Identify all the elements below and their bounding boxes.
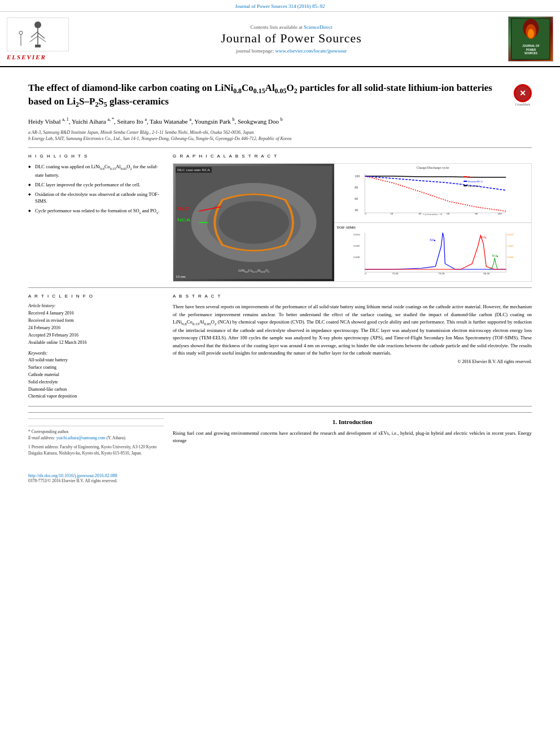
ga-tof-sims-chart: TOF-SIMS 0.010 0.005 0.000	[334, 223, 531, 282]
footnotes-col: * Corresponding author. E-mail address: …	[28, 418, 164, 483]
email-note: E-mail address: yuichi.aihara@samsung.co…	[28, 435, 164, 441]
svg-text:Bare: Bare	[469, 176, 474, 178]
article-info-header: A R T I C L E I N F O	[28, 294, 164, 299]
svg-text:100: 100	[498, 212, 502, 215]
abstract-header: A B S T R A C T	[173, 294, 532, 299]
svg-rect-45	[464, 185, 467, 186]
svg-rect-7	[35, 45, 41, 47]
svg-text:79.99: 79.99	[439, 272, 445, 275]
doi-link[interactable]: http://dx.doi.org/10.1016/j.jpowsour.201…	[28, 473, 164, 478]
authors-line: Heidy Visbal a, 1, Yuichi Aihara a, *, S…	[28, 116, 532, 126]
svg-text:0.005: 0.005	[508, 244, 514, 247]
elsevier-wordmark: ELSEVIER	[7, 54, 46, 60]
journal-header: ELSEVIER Contents lists available at Sci…	[0, 12, 560, 67]
bottom-section: * Corresponding author. E-mail address: …	[28, 412, 532, 483]
ga-microscopy-image: DLC coat onto NCA	[173, 164, 334, 281]
svg-text:80: 80	[475, 212, 479, 215]
highlight-item-3: Oxidation of the electrolyte was observe…	[28, 191, 164, 206]
sciencedirect-link[interactable]: ScienceDirect	[304, 24, 332, 30]
available-date: Available online 12 March 2016	[28, 339, 164, 347]
keyword-2: Surface coating	[28, 364, 164, 372]
highlights-col: H I G H L I G H T S DLC coating was appl…	[28, 154, 164, 282]
contents-line: Contents lists available at ScienceDirec…	[80, 24, 502, 30]
svg-text:DLC: DLC	[177, 206, 190, 211]
affiliation-a: a AR-3, Samsung R&D Institute Japan, Min…	[28, 129, 532, 136]
email-link[interactable]: yuichi.aihara@samsung.com	[56, 435, 106, 440]
highlights-list: DLC coating was applied on LiNi0.8Co0.15…	[28, 163, 164, 215]
graphical-abstract-col: G R A P H I C A L A B S T R A C T DLC co…	[173, 154, 532, 282]
svg-text:SOURCES: SOURCES	[524, 52, 537, 55]
svg-text:40: 40	[419, 212, 422, 215]
highlights-header: H I G H L I G H T S	[28, 154, 164, 159]
ga-image-formula: LiNi0.8Co0.15Al0.05O2	[238, 269, 269, 273]
elsevier-logo-area: ELSEVIER	[7, 18, 80, 60]
info-abstract-section: A R T I C L E I N F O Article history: R…	[28, 294, 532, 400]
crossmark-badge[interactable]: ✕ CrossMark	[514, 84, 532, 102]
ga-charts-area: Charge/Discharge cycle 100 80 60 40	[334, 164, 531, 281]
highlight-item-4: Cycle performance was related to the for…	[28, 207, 164, 216]
keyword-5: Diamond-like carbon	[28, 386, 164, 394]
svg-text:60: 60	[355, 197, 358, 200]
revised-date: 24 February 2016	[28, 325, 164, 332]
ga-image-label: DLC coat onto NCA	[176, 167, 212, 173]
svg-text:0.000: 0.000	[508, 256, 514, 259]
present-address: 1 Present address: Faculty of Engineerin…	[28, 444, 164, 457]
introduction-col: 1. Introduction Rising fuel cost and gro…	[173, 418, 532, 483]
journal-cover-area: JOURNAL OF POWER SOURCES	[502, 16, 553, 62]
svg-text:Cyclenumber / N: Cyclenumber / N	[423, 213, 443, 216]
journal-center: Contents lists available at ScienceDirec…	[80, 24, 502, 54]
keywords-label: Keywords:	[28, 351, 164, 356]
crossmark-label: CrossMark	[514, 103, 532, 106]
svg-text:79.98: 79.98	[392, 272, 399, 275]
graphical-abstract-header: G R A P H I C A L A B S T R A C T	[173, 154, 532, 159]
keyword-1: All-solid-state battery	[28, 357, 164, 364]
corresponding-note: * Corresponding author.	[28, 429, 164, 435]
svg-text:80.00: 80.00	[484, 272, 491, 275]
svg-text:NCA: NCA	[177, 217, 191, 222]
journal-citation: Journal of Power Sources 314 (2016) 85–9…	[235, 3, 325, 9]
title-row: The effect of diamond-like carbon coatin…	[28, 82, 532, 116]
article-history-label: Article history:	[28, 303, 164, 308]
svg-text:✕: ✕	[519, 89, 526, 98]
svg-text:SO₃: SO₃	[430, 238, 436, 242]
accepted-date: Accepted 29 February 2016	[28, 332, 164, 339]
svg-point-14	[528, 29, 534, 38]
svg-text:40: 40	[355, 208, 358, 212]
homepage-link[interactable]: www.elsevier.com/locate/jpowsour	[275, 48, 347, 54]
intro-text: Rising fuel cost and growing environment…	[173, 430, 532, 444]
received-revised-label: Received in revised form	[28, 317, 164, 325]
ga-tof-label: TOF-SIMS	[336, 225, 529, 230]
svg-rect-43	[464, 181, 467, 182]
ga-cycle-chart-title: Charge/Discharge cycle	[336, 166, 529, 169]
divider-1	[28, 147, 532, 148]
abstract-col: A B S T R A C T There have been several …	[173, 294, 532, 400]
svg-point-23	[218, 201, 289, 244]
affiliations: a AR-3, Samsung R&D Institute Japan, Min…	[28, 129, 532, 142]
graphical-abstract-image: DLC coat onto NCA	[173, 163, 532, 282]
svg-text:0: 0	[365, 272, 367, 275]
footnote-divider	[28, 426, 164, 426]
abstract-text: There have been several reports on impro…	[173, 303, 532, 357]
svg-text:SO₄: SO₄	[481, 235, 487, 239]
svg-text:100: 100	[355, 174, 360, 178]
svg-text:DLC/NCA: DLC/NCA	[469, 185, 481, 187]
svg-text:0.010: 0.010	[508, 233, 514, 236]
divider-3	[28, 406, 532, 407]
article-info-col: A R T I C L E I N F O Article history: R…	[28, 294, 164, 400]
highlights-abstract-section: H I G H L I G H T S DLC coating was appl…	[28, 154, 532, 282]
svg-rect-41	[464, 176, 467, 177]
issn-line: 0378-7753/© 2016 Elsevier B.V. All right…	[28, 478, 164, 483]
svg-text:JOURNAL OF: JOURNAL OF	[522, 45, 539, 47]
svg-text:0.010: 0.010	[354, 233, 361, 236]
highlight-item-2: DLC layer improved the cycle performance…	[28, 181, 164, 189]
svg-text:0.005: 0.005	[354, 244, 361, 247]
journal-cover-image: JOURNAL OF POWER SOURCES	[508, 16, 553, 62]
copyright-line: © 2016 Elsevier B.V. All rights reserved…	[173, 359, 532, 364]
keywords-list: All-solid-state battery Surface coating …	[28, 357, 164, 400]
article-history: Received 4 January 2016 Received in revi…	[28, 310, 164, 346]
svg-text:0.000: 0.000	[354, 256, 361, 259]
divider-2	[28, 287, 532, 288]
svg-text:80: 80	[355, 186, 358, 189]
affiliation-b: b Energy Lab, SAIT, Samsung Electronics …	[28, 136, 532, 142]
keyword-6: Chemical vapor deposition	[28, 393, 164, 400]
